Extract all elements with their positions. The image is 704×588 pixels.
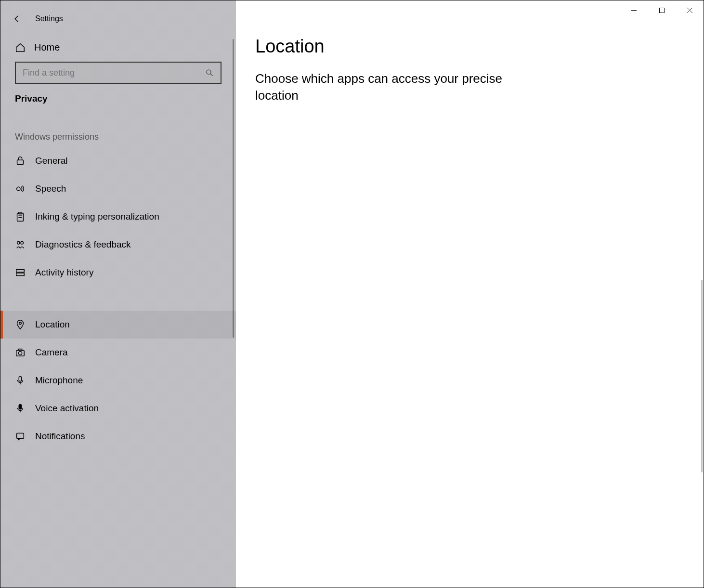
back-arrow-icon (13, 14, 21, 23)
home-label: Home (34, 42, 60, 53)
nav-microphone[interactable]: Microphone (0, 366, 236, 394)
speech-icon (15, 183, 26, 194)
svg-point-8 (17, 242, 20, 245)
window-title: Settings (35, 14, 63, 23)
svg-point-3 (17, 187, 20, 190)
nav-diagnostics[interactable]: Diagnostics & feedback (0, 231, 236, 259)
history-icon (15, 267, 26, 278)
svg-rect-2 (17, 160, 24, 164)
location-icon (15, 319, 26, 330)
main-scrollbar[interactable] (701, 280, 703, 472)
nav-voice[interactable]: Voice activation (0, 394, 236, 422)
nav-location[interactable]: Location (0, 311, 236, 339)
page-title: Location (255, 36, 684, 57)
svg-point-14 (19, 322, 22, 325)
maximize-icon (659, 7, 665, 13)
maximize-button[interactable] (648, 0, 676, 20)
nav-activity[interactable]: Activity history (0, 259, 236, 287)
nav-label: Inking & typing personalization (35, 211, 159, 222)
minimize-icon (631, 7, 637, 13)
section-app-permissions (0, 287, 236, 311)
close-button[interactable] (676, 0, 704, 20)
page-subtitle: Choose which apps can access your precis… (255, 70, 535, 104)
svg-rect-18 (19, 377, 22, 381)
svg-rect-11 (16, 273, 25, 276)
home-link[interactable]: Home (0, 38, 236, 62)
nav-label: Diagnostics & feedback (35, 239, 131, 250)
svg-rect-10 (16, 270, 25, 273)
voice-icon (15, 403, 26, 414)
microphone-icon (15, 375, 26, 386)
nav-label: Notifications (35, 431, 85, 442)
minimize-button[interactable] (620, 0, 648, 20)
search-input-container[interactable] (15, 62, 222, 84)
main-content: Location Choose which apps can access yo… (236, 0, 704, 588)
feedback-icon (15, 239, 26, 250)
nav-label: Microphone (35, 375, 83, 386)
nav-label: Speech (35, 183, 66, 194)
settings-sidebar: Settings Home Privacy Windows permission… (0, 0, 236, 588)
svg-rect-24 (659, 8, 664, 13)
camera-icon (15, 347, 26, 358)
search-icon (205, 68, 214, 77)
nav-label: Camera (35, 347, 68, 358)
svg-point-16 (18, 352, 22, 355)
nav-notifications[interactable]: Notifications (0, 422, 236, 450)
nav-label: Location (35, 319, 70, 330)
nav-camera[interactable]: Camera (0, 339, 236, 366)
svg-line-1 (210, 74, 213, 76)
notifications-icon (15, 431, 26, 442)
lock-icon (15, 156, 26, 166)
titlebar-left: Settings (0, 6, 236, 38)
nav-general[interactable]: General (0, 147, 236, 175)
nav-inking[interactable]: Inking & typing personalization (0, 203, 236, 231)
category-label: Privacy (0, 93, 236, 113)
svg-rect-22 (17, 433, 24, 439)
svg-point-0 (207, 70, 211, 74)
svg-rect-17 (18, 349, 22, 351)
window-controls (620, 0, 704, 20)
nav-label: Voice activation (35, 403, 99, 414)
nav-label: Activity history (35, 267, 93, 278)
home-icon (15, 42, 26, 53)
clipboard-icon (15, 211, 26, 222)
section-windows-permissions: Windows permissions (0, 113, 236, 147)
nav-speech[interactable]: Speech (0, 175, 236, 203)
back-button[interactable] (7, 9, 26, 28)
search-input[interactable] (23, 68, 205, 78)
close-icon (687, 7, 693, 13)
svg-point-9 (21, 242, 23, 245)
svg-rect-20 (19, 405, 22, 409)
nav-label: General (35, 156, 68, 166)
